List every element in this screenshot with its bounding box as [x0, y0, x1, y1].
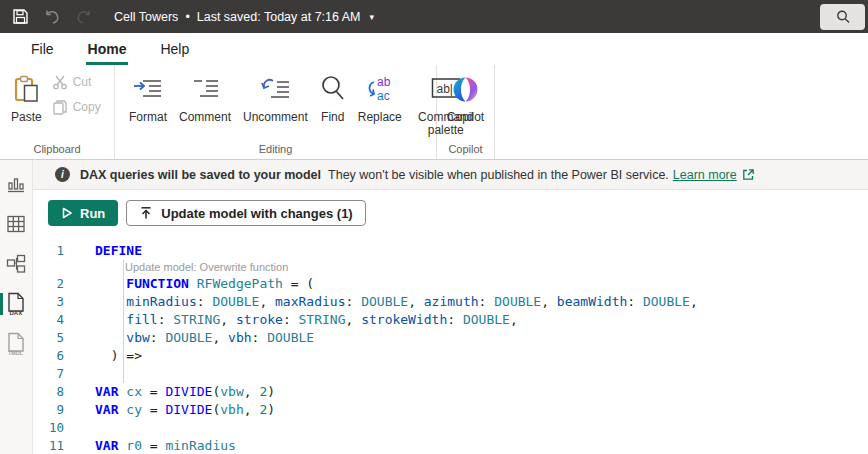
sidebar-item-tmdl-view[interactable]: TMDL — [0, 324, 33, 364]
info-icon: i — [55, 167, 70, 182]
line-number: 7 — [33, 365, 95, 383]
replace-label: Replace — [358, 111, 402, 124]
document-title: Cell Towers — [114, 10, 178, 24]
line-number: 6 — [33, 347, 95, 365]
code-line: 11VAR r0 = minRadius — [33, 437, 868, 454]
ribbon-group-copilot: Copilot Copilot — [437, 65, 495, 159]
search-icon — [835, 9, 851, 25]
code-lens-row[interactable]: Update model: Overwrite function — [33, 260, 868, 275]
undo-icon — [43, 9, 61, 25]
code-line: 7 — [33, 365, 868, 383]
line-number: 9 — [33, 401, 95, 419]
ribbon-group-editing: Format Comment — [115, 65, 437, 159]
code-line: 10 — [33, 419, 868, 437]
line-number: 8 — [33, 383, 95, 401]
menu-item-home[interactable]: Home — [71, 33, 144, 65]
ribbon-group-label-copilot: Copilot — [437, 142, 494, 159]
sidebar-item-model-view[interactable] — [0, 244, 33, 284]
update-model-button[interactable]: Update model with changes (1) — [126, 200, 365, 226]
dax-file-icon: DAX — [5, 292, 27, 316]
menubar: File Home Help — [0, 33, 868, 65]
replace-button[interactable]: ab ac Replace — [354, 65, 406, 124]
menu-item-file[interactable]: File — [14, 33, 71, 65]
uncomment-icon — [259, 76, 291, 102]
document-title-menu[interactable]: Cell Towers • Last saved: Today at 7:16 … — [114, 10, 374, 24]
comment-label: Comment — [179, 111, 231, 124]
copy-button[interactable]: Copy — [52, 99, 101, 115]
run-label: Run — [80, 206, 105, 221]
line-number: 5 — [33, 329, 95, 347]
bar-chart-icon — [6, 174, 26, 194]
query-toolbar: Run Update model with changes (1) — [33, 190, 868, 236]
find-icon — [320, 75, 346, 103]
code-line: 3 minRadius: DOUBLE, maxRadius: DOUBLE, … — [33, 293, 868, 311]
code-line: 6 ) => — [33, 347, 868, 365]
menu-label: Help — [160, 41, 189, 57]
menu-label: Home — [88, 41, 127, 57]
line-number: 11 — [33, 437, 95, 454]
external-link-icon[interactable] — [742, 168, 755, 181]
code-line: 9VAR cy = DIVIDE(vbh, 2) — [33, 401, 868, 419]
view-sidebar: DAX TMDL — [0, 160, 33, 454]
sidebar-item-dax-query-view[interactable]: DAX — [0, 284, 33, 324]
learn-more-link[interactable]: Learn more — [673, 168, 737, 182]
code-line: 1DEFINE — [33, 242, 868, 260]
save-button[interactable] — [4, 0, 36, 33]
indent-guide — [123, 260, 124, 383]
play-icon — [61, 207, 73, 219]
banner-text: They won't be visible when published in … — [328, 168, 669, 182]
sidebar-item-table-view[interactable] — [0, 204, 33, 244]
uncomment-button[interactable]: Uncomment — [239, 65, 312, 124]
sidebar-item-report-view[interactable] — [0, 164, 33, 204]
undo-button[interactable] — [36, 0, 68, 33]
line-number: 3 — [33, 293, 95, 311]
line-number: 2 — [33, 275, 95, 293]
code-line: 8VAR cx = DIVIDE(vbw, 2) — [33, 383, 868, 401]
comment-icon — [190, 77, 220, 101]
menu-item-help[interactable]: Help — [143, 33, 206, 65]
ribbon-group-label-editing: Editing — [115, 142, 436, 159]
code-line: 5 vbw: DOUBLE, vbh: DOUBLE — [33, 329, 868, 347]
ribbon-group-label-clipboard: Clipboard — [0, 142, 114, 159]
update-model-label: Update model with changes (1) — [161, 206, 352, 221]
redo-button[interactable] — [68, 0, 100, 33]
ribbon-group-clipboard: Paste Cut Copy — [0, 65, 115, 159]
run-button[interactable]: Run — [48, 200, 118, 226]
line-number — [33, 260, 95, 275]
find-button[interactable]: Find — [316, 65, 350, 124]
search-button[interactable] — [820, 4, 865, 30]
copilot-icon — [452, 76, 479, 103]
copilot-label: Copilot — [447, 111, 484, 124]
format-icon — [133, 77, 163, 101]
table-grid-icon — [6, 214, 26, 234]
code-line: 2 FUNCTION RFWedgePath = ( — [33, 275, 868, 293]
line-number: 1 — [33, 242, 95, 260]
dax-code-editor[interactable]: 1DEFINEUpdate model: Overwrite function2… — [33, 236, 868, 454]
line-number: 4 — [33, 311, 95, 329]
svg-text:ab: ab — [377, 75, 391, 89]
redo-icon — [75, 9, 93, 25]
format-label: Format — [129, 111, 167, 124]
line-number: 10 — [33, 419, 95, 437]
svg-text:ac: ac — [377, 89, 390, 103]
copilot-button[interactable]: Copilot — [443, 65, 488, 124]
copy-label: Copy — [73, 100, 101, 114]
code-line: 4 fill: STRING, stroke: STRING, strokeWi… — [33, 311, 868, 329]
ribbon: Paste Cut Copy — [0, 65, 868, 160]
save-icon — [12, 8, 29, 25]
find-label: Find — [321, 111, 344, 124]
cut-label: Cut — [73, 75, 92, 89]
cut-button[interactable]: Cut — [52, 74, 101, 90]
dax-file-label: DAX — [10, 310, 23, 316]
cut-icon — [52, 74, 68, 90]
paste-icon — [13, 75, 40, 104]
comment-button[interactable]: Comment — [175, 65, 235, 124]
format-button[interactable]: Format — [125, 65, 171, 124]
code-lines: 1DEFINEUpdate model: Overwrite function2… — [33, 242, 868, 454]
menu-label: File — [31, 41, 54, 57]
titlebar: Cell Towers • Last saved: Today at 7:16 … — [0, 0, 868, 33]
uncomment-label: Uncomment — [243, 111, 308, 124]
paste-button[interactable]: Paste — [7, 65, 46, 124]
replace-icon: ab ac — [365, 75, 395, 103]
upload-arrow-icon — [139, 206, 153, 220]
